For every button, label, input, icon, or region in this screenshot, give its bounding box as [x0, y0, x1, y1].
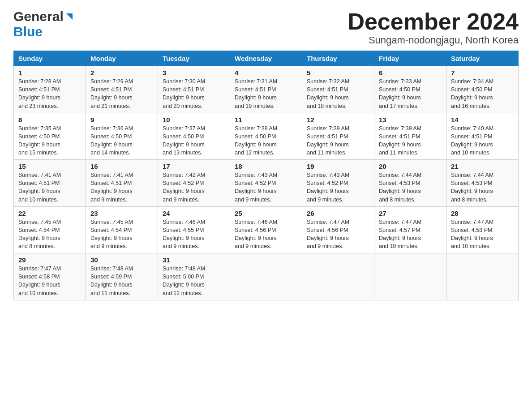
day-number: 8 [18, 116, 81, 124]
day-number: 18 [235, 163, 297, 170]
day-number: 7 [451, 69, 514, 77]
day-info: Sunrise: 7:37 AMSunset: 4:50 PMDaylight:… [163, 124, 225, 157]
calendar-cell: 24Sunrise: 7:46 AMSunset: 4:55 PMDayligh… [158, 206, 230, 253]
calendar-cell [374, 253, 446, 300]
calendar-header: SundayMondayTuesdayWednesdayThursdayFrid… [14, 51, 519, 66]
calendar-cell: 16Sunrise: 7:41 AMSunset: 4:51 PMDayligh… [86, 160, 158, 207]
calendar-cell: 12Sunrise: 7:39 AMSunset: 4:51 PMDayligh… [302, 113, 374, 160]
page-subtitle: Sungam-nodongjagu, North Korea [348, 34, 519, 46]
calendar-cell: 27Sunrise: 7:47 AMSunset: 4:57 PMDayligh… [374, 206, 446, 253]
week-row-3: 15Sunrise: 7:41 AMSunset: 4:51 PMDayligh… [14, 160, 519, 207]
calendar-cell: 20Sunrise: 7:44 AMSunset: 4:53 PMDayligh… [374, 160, 446, 207]
day-number: 28 [451, 210, 514, 217]
title-block: December 2024 Sungam-nodongjagu, North K… [348, 9, 519, 46]
header-saturday: Saturday [446, 51, 519, 66]
svg-marker-0 [66, 13, 73, 20]
day-number: 10 [163, 116, 225, 124]
day-number: 11 [235, 116, 297, 124]
day-number: 26 [307, 210, 369, 217]
day-number: 30 [90, 256, 153, 264]
day-info: Sunrise: 7:39 AMSunset: 4:51 PMDaylight:… [307, 124, 369, 157]
day-number: 15 [18, 163, 81, 170]
day-number: 1 [18, 69, 81, 77]
day-info: Sunrise: 7:44 AMSunset: 4:53 PMDaylight:… [451, 171, 514, 204]
day-number: 22 [18, 210, 81, 217]
week-row-2: 8Sunrise: 7:35 AMSunset: 4:50 PMDaylight… [14, 113, 519, 160]
page-title: December 2024 [348, 9, 519, 34]
day-number: 6 [379, 69, 442, 77]
calendar-cell: 2Sunrise: 7:29 AMSunset: 4:51 PMDaylight… [86, 66, 158, 113]
calendar-cell: 23Sunrise: 7:45 AMSunset: 4:54 PMDayligh… [86, 206, 158, 253]
header-monday: Monday [86, 51, 158, 66]
day-info: Sunrise: 7:41 AMSunset: 4:51 PMDaylight:… [18, 171, 81, 204]
day-info: Sunrise: 7:43 AMSunset: 4:52 PMDaylight:… [307, 171, 369, 204]
day-info: Sunrise: 7:42 AMSunset: 4:52 PMDaylight:… [163, 171, 225, 204]
day-number: 14 [451, 116, 514, 124]
day-info: Sunrise: 7:38 AMSunset: 4:50 PMDaylight:… [235, 124, 297, 157]
day-info: Sunrise: 7:30 AMSunset: 4:51 PMDaylight:… [163, 77, 225, 110]
day-info: Sunrise: 7:43 AMSunset: 4:52 PMDaylight:… [235, 171, 297, 204]
calendar-cell: 26Sunrise: 7:47 AMSunset: 4:56 PMDayligh… [302, 206, 374, 253]
day-number: 25 [235, 210, 297, 217]
calendar-cell: 4Sunrise: 7:31 AMSunset: 4:51 PMDaylight… [230, 66, 302, 113]
day-info: Sunrise: 7:44 AMSunset: 4:53 PMDaylight:… [379, 171, 442, 204]
calendar-cell: 6Sunrise: 7:33 AMSunset: 4:50 PMDaylight… [374, 66, 446, 113]
header-tuesday: Tuesday [158, 51, 230, 66]
calendar-cell: 18Sunrise: 7:43 AMSunset: 4:52 PMDayligh… [230, 160, 302, 207]
calendar-cell: 17Sunrise: 7:42 AMSunset: 4:52 PMDayligh… [158, 160, 230, 207]
calendar-cell: 11Sunrise: 7:38 AMSunset: 4:50 PMDayligh… [230, 113, 302, 160]
calendar-cell [446, 253, 519, 300]
day-number: 4 [235, 69, 297, 77]
calendar-cell: 8Sunrise: 7:35 AMSunset: 4:50 PMDaylight… [14, 113, 86, 160]
header-sunday: Sunday [14, 51, 86, 66]
day-info: Sunrise: 7:45 AMSunset: 4:54 PMDaylight:… [18, 218, 81, 251]
calendar-cell: 1Sunrise: 7:28 AMSunset: 4:51 PMDaylight… [14, 66, 86, 113]
day-number: 20 [379, 163, 442, 170]
day-number: 29 [18, 256, 81, 264]
page-header: General Blue December 2024 Sungam-nodong… [13, 9, 519, 46]
logo: General Blue [13, 9, 73, 39]
day-info: Sunrise: 7:46 AMSunset: 4:55 PMDaylight:… [163, 218, 225, 251]
day-info: Sunrise: 7:48 AMSunset: 5:00 PMDaylight:… [163, 265, 225, 297]
calendar-cell: 10Sunrise: 7:37 AMSunset: 4:50 PMDayligh… [158, 113, 230, 160]
day-info: Sunrise: 7:32 AMSunset: 4:51 PMDaylight:… [307, 77, 369, 110]
calendar-table: SundayMondayTuesdayWednesdayThursdayFrid… [13, 51, 519, 300]
day-info: Sunrise: 7:45 AMSunset: 4:54 PMDaylight:… [90, 218, 153, 251]
day-info: Sunrise: 7:47 AMSunset: 4:58 PMDaylight:… [18, 265, 81, 297]
week-row-1: 1Sunrise: 7:28 AMSunset: 4:51 PMDaylight… [14, 66, 519, 113]
header-friday: Friday [374, 51, 446, 66]
day-number: 13 [379, 116, 442, 124]
calendar-cell: 31Sunrise: 7:48 AMSunset: 5:00 PMDayligh… [158, 253, 230, 300]
calendar-cell: 29Sunrise: 7:47 AMSunset: 4:58 PMDayligh… [14, 253, 86, 300]
week-row-4: 22Sunrise: 7:45 AMSunset: 4:54 PMDayligh… [14, 206, 519, 253]
calendar-cell: 14Sunrise: 7:40 AMSunset: 4:51 PMDayligh… [446, 113, 519, 160]
calendar-cell [302, 253, 374, 300]
day-info: Sunrise: 7:29 AMSunset: 4:51 PMDaylight:… [90, 77, 153, 110]
day-number: 2 [90, 69, 153, 77]
day-info: Sunrise: 7:28 AMSunset: 4:51 PMDaylight:… [18, 77, 81, 110]
calendar-cell: 19Sunrise: 7:43 AMSunset: 4:52 PMDayligh… [302, 160, 374, 207]
day-number: 23 [90, 210, 153, 217]
day-number: 27 [379, 210, 442, 217]
calendar-cell: 3Sunrise: 7:30 AMSunset: 4:51 PMDaylight… [158, 66, 230, 113]
calendar-cell: 13Sunrise: 7:39 AMSunset: 4:51 PMDayligh… [374, 113, 446, 160]
day-number: 21 [451, 163, 514, 170]
day-info: Sunrise: 7:34 AMSunset: 4:50 PMDaylight:… [451, 77, 514, 110]
day-info: Sunrise: 7:47 AMSunset: 4:56 PMDaylight:… [307, 218, 369, 251]
day-info: Sunrise: 7:35 AMSunset: 4:50 PMDaylight:… [18, 124, 81, 157]
calendar-cell: 22Sunrise: 7:45 AMSunset: 4:54 PMDayligh… [14, 206, 86, 253]
calendar-cell: 25Sunrise: 7:46 AMSunset: 4:56 PMDayligh… [230, 206, 302, 253]
day-number: 17 [163, 163, 225, 170]
day-number: 24 [163, 210, 225, 217]
logo-general: General [13, 9, 64, 24]
logo-blue: Blue [13, 24, 43, 39]
day-info: Sunrise: 7:33 AMSunset: 4:50 PMDaylight:… [379, 77, 442, 110]
week-row-5: 29Sunrise: 7:47 AMSunset: 4:58 PMDayligh… [14, 253, 519, 300]
day-number: 31 [163, 256, 225, 264]
calendar-body: 1Sunrise: 7:28 AMSunset: 4:51 PMDaylight… [14, 66, 519, 300]
header-wednesday: Wednesday [230, 51, 302, 66]
header-thursday: Thursday [302, 51, 374, 66]
calendar-cell: 15Sunrise: 7:41 AMSunset: 4:51 PMDayligh… [14, 160, 86, 207]
day-info: Sunrise: 7:36 AMSunset: 4:50 PMDaylight:… [90, 124, 153, 157]
day-info: Sunrise: 7:46 AMSunset: 4:56 PMDaylight:… [235, 218, 297, 251]
